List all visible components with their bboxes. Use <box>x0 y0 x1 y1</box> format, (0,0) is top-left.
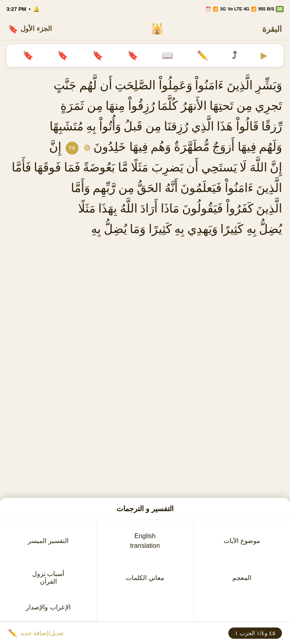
battery-indicator: 56 <box>276 6 284 12</box>
verse-line-8: يُضِلُّ بِهِ كَثِيرًا وَيَهدِي بِهِ كَثِ… <box>8 219 282 239</box>
bookmark-red-button[interactable]: 🔖 <box>127 50 138 61</box>
notification-icon: 🔔 <box>33 6 39 12</box>
status-time: 3:27 PM ▪ 🔔 <box>6 6 39 12</box>
verse-line-5: إِنَّ اللَّهَ لَا يَستَحِي أَن يَضرِبَ م… <box>8 157 282 178</box>
juz-label-container: 🔖 الجزء الأول <box>8 24 52 34</box>
juz-label: الجزء الأول <box>21 25 52 33</box>
verse-end-ornament: ❁ <box>83 143 91 153</box>
network-label: 3G <box>220 6 226 11</box>
play-button[interactable]: ▶ <box>261 50 267 61</box>
edit-button[interactable]: ✏️ <box>197 50 208 61</box>
dictionary-item[interactable]: المعجم <box>194 562 290 593</box>
panel-row-1: التفسير الميسر English translation موضوع… <box>0 520 290 562</box>
verse-line-6: الَّذِينَ ءَامَنُواْ فَيَعلَمُونَ أَنَّه… <box>8 178 282 198</box>
phone-icon: ▪ <box>29 6 31 12</box>
mosque-icon: 🕌 <box>151 23 164 35</box>
edit-pencil-icon: ✏️ <box>8 629 17 638</box>
share-button[interactable]: ⤴ <box>232 50 237 61</box>
edit-section[interactable]: ✏️ تعديل/إضافة جديد <box>8 629 64 638</box>
meanings-item[interactable]: معاني الكلمات <box>97 562 193 593</box>
english-translation-item[interactable]: English translation <box>97 520 193 562</box>
tafseer-item[interactable]: التفسير الميسر <box>0 520 96 562</box>
status-icons: ⏰ 📶 3G Vo LTE 4G 📶 955 B/S 56 <box>205 6 284 12</box>
edit-label: تعديل/إضافة جديد <box>20 630 64 637</box>
data-speed: 955 B/S <box>258 6 274 11</box>
footer-bar: ✏️ تعديل/إضافة جديد ٤٥ و١/٤ الحزب ١ <box>0 621 290 644</box>
verse-number-25: ٢٥ <box>66 142 79 155</box>
empty-item-1 <box>97 593 193 621</box>
grammar-item[interactable]: الإعراب والإصدار <box>0 593 96 621</box>
verse-line-4: وَلَهُم فِيهَا أَزوَجٌ مُّطَهَّرَةٌ وَهُ… <box>8 136 282 157</box>
verse-line-7: الَّذِينَ كَفَرُواْ فَيَقُولُونَ مَاذَا … <box>8 198 282 219</box>
panel-title: التفسير و الترجمات <box>0 498 290 520</box>
panel-row-2: أسباب نزول القرآن معاني الكلمات المعجم <box>0 562 290 593</box>
bookmark-green-button[interactable]: 🔖 <box>23 50 33 61</box>
empty-item-2 <box>194 593 290 621</box>
surah-name: البقرة <box>262 24 282 34</box>
topics-item[interactable]: موضوع الآيات <box>194 520 290 562</box>
panel-row-3: الإعراب والإصدار <box>0 593 290 621</box>
bookmark-blue-button[interactable]: 🔖 <box>57 50 68 61</box>
verse-line-2: تَجرِي مِن تَحتِهَا الأَنهَرُ كُلَّمَا ر… <box>8 95 282 116</box>
bookmark-purple-button[interactable]: 🔖 <box>92 50 103 61</box>
top-navigation: 🔖 الجزء الأول 🕌 البقرة <box>0 18 290 40</box>
position-text: ٤٥ و١/٤ الحزب ١ <box>235 630 276 636</box>
clock-icon: ⏰ <box>205 6 211 12</box>
signal-strength-icon: 📶 <box>251 6 257 12</box>
action-toolbar: 🔖 🔖 🔖 🔖 📖 ✏️ ⤴ ▶ <box>6 44 284 67</box>
quran-verses: وَبَشِّرِ الَّذِينَ ءَامَنُواْ وَعَمِلُو… <box>0 71 290 239</box>
verse-line-1: وَبَشِّرِ الَّذِينَ ءَامَنُواْ وَعَمِلُو… <box>8 75 282 95</box>
wifi-icon: 📶 <box>213 6 218 12</box>
bookmark-nav-icon: 🔖 <box>8 24 18 34</box>
verse-line-3: رِّزقًا قَالُواْ هَذَا الَّذِي رُزِقنَا … <box>8 116 282 136</box>
position-indicator: ٤٥ و١/٤ الحزب ١ <box>228 627 282 639</box>
reasons-item[interactable]: أسباب نزول القرآن <box>0 562 96 593</box>
quran-text-area: وَبَشِّرِ الَّذِينَ ءَامَنُواْ وَعَمِلُو… <box>0 71 290 345</box>
time-display: 3:27 PM <box>6 6 26 12</box>
lte-label: Vo LTE 4G <box>228 6 249 11</box>
book-open-button[interactable]: 📖 <box>162 50 173 61</box>
status-bar: 3:27 PM ▪ 🔔 ⏰ 📶 3G Vo LTE 4G 📶 955 B/S 5… <box>0 0 290 18</box>
